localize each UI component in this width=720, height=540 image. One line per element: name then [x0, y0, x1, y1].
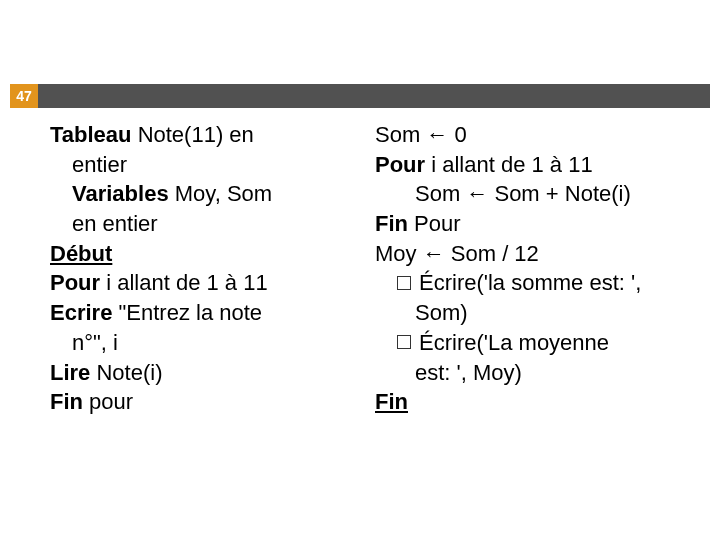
code-line: Moy ← Som / 12 — [375, 239, 690, 269]
header-bar: 47 — [10, 84, 710, 108]
code-line: Fin Pour — [375, 209, 690, 239]
code-line: Tableau Note(11) en — [50, 120, 365, 150]
code-line: Variables Moy, Som — [50, 179, 365, 209]
code-line: est: ', Moy) — [375, 358, 690, 388]
code-line: Pour i allant de 1 à 11 — [375, 150, 690, 180]
code-line: Fin pour — [50, 387, 365, 417]
code-line: Som) — [375, 298, 690, 328]
slide-number-badge: 47 — [10, 84, 38, 108]
bullet-icon — [397, 276, 411, 290]
left-column: Tableau Note(11) en entier Variables Moy… — [50, 120, 365, 510]
code-line: Fin — [375, 387, 690, 417]
code-line: Som ← 0 — [375, 120, 690, 150]
bullet-icon — [397, 335, 411, 349]
code-line: Ecrire "Entrez la note — [50, 298, 365, 328]
slide-body: Tableau Note(11) en entier Variables Moy… — [50, 120, 690, 510]
code-line: entier — [50, 150, 365, 180]
code-line: Som ← Som + Note(i) — [375, 179, 690, 209]
code-line: Écrire('La moyenne — [375, 328, 690, 358]
code-line: Début — [50, 239, 365, 269]
header-bar-fill — [38, 84, 710, 108]
code-line: n°", i — [50, 328, 365, 358]
code-line: Lire Note(i) — [50, 358, 365, 388]
code-line: Écrire('la somme est: ', — [375, 268, 690, 298]
code-line: en entier — [50, 209, 365, 239]
code-line: Pour i allant de 1 à 11 — [50, 268, 365, 298]
right-column: Som ← 0 Pour i allant de 1 à 11 Som ← So… — [375, 120, 690, 510]
